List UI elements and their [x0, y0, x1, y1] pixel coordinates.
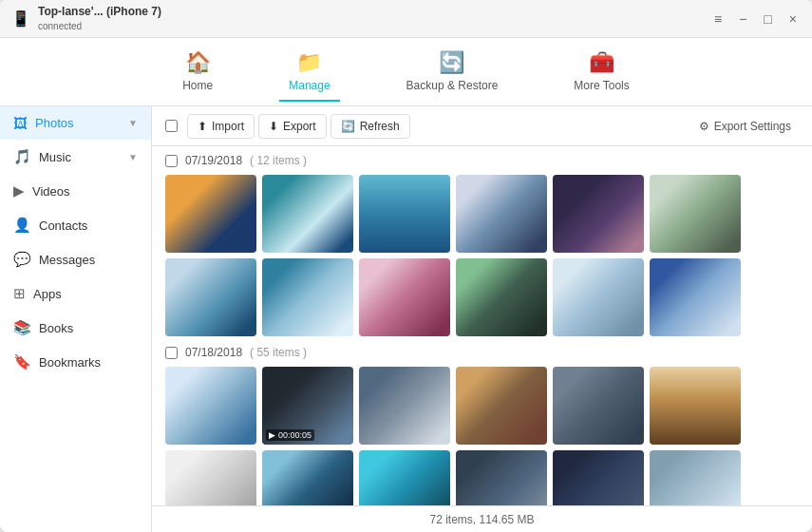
apps-icon: ⊞: [13, 285, 26, 302]
nav-home[interactable]: 🏠 Home: [173, 43, 222, 102]
sidebar-item-apps[interactable]: ⊞ Apps: [0, 276, 151, 311]
nav-home-label: Home: [182, 79, 213, 92]
sidebar-label-books: Books: [39, 321, 73, 335]
photo-thumb-18[interactable]: [650, 367, 741, 445]
date-label-1: 07/18/2018: [185, 346, 242, 359]
date-label-0: 07/19/2018: [185, 154, 242, 167]
photo-thumb-6[interactable]: [650, 175, 741, 253]
photo-thumb-23[interactable]: [553, 450, 644, 505]
photo-thumb-8[interactable]: [262, 258, 353, 336]
count-label-0: ( 12 items ): [250, 154, 307, 167]
sidebar-label-music: Music: [39, 150, 71, 164]
export-settings-button[interactable]: ⚙ Export Settings: [691, 115, 799, 138]
photo-thumb-15[interactable]: [359, 367, 450, 445]
date-header-1: 07/18/2018 ( 55 items ): [165, 346, 799, 359]
date-header-0: 07/19/2018 ( 12 items ): [165, 154, 799, 167]
photo-thumb-19[interactable]: [165, 450, 256, 505]
photo-thumb-4[interactable]: [456, 175, 547, 253]
photo-thumb-16[interactable]: [456, 367, 547, 445]
books-icon: 📚: [13, 319, 31, 336]
export-icon: ⬇: [269, 120, 278, 133]
photos-area: 07/19/2018 ( 12 items )07/18/2018 ( 55 i…: [152, 146, 812, 505]
photo-thumb-9[interactable]: [359, 258, 450, 336]
main-layout: 🖼 Photos ▼ 🎵 Music ▼ ▶ Videos 👤 Contacts…: [0, 106, 812, 532]
photo-thumb-3[interactable]: [359, 175, 450, 253]
nav-tools[interactable]: 🧰 More Tools: [564, 43, 638, 102]
backup-icon: 🔄: [439, 50, 464, 75]
group-checkbox-1[interactable]: [165, 347, 178, 359]
refresh-icon: 🔄: [341, 120, 355, 133]
sidebar-item-music[interactable]: 🎵 Music ▼: [0, 140, 151, 174]
photo-thumb-21[interactable]: [359, 450, 450, 505]
nav-manage[interactable]: 📁 Manage: [279, 43, 339, 102]
photo-thumb-12[interactable]: [650, 258, 741, 336]
videos-icon: ▶: [13, 182, 25, 200]
nav-backup[interactable]: 🔄 Backup & Restore: [397, 43, 508, 102]
sidebar-label-apps: Apps: [33, 287, 62, 301]
sidebar-item-videos[interactable]: ▶ Videos: [0, 174, 151, 208]
import-icon: ⬆: [198, 120, 207, 133]
device-name: Top-lanse'... (iPhone 7): [38, 5, 161, 20]
toolbar: ⬆ Import ⬇ Export 🔄 Refresh ⚙ Export Set…: [152, 106, 812, 146]
messages-icon: 💬: [13, 251, 31, 268]
nav-bar: 🏠 Home 📁 Manage 🔄 Backup & Restore 🧰 Mor…: [0, 38, 812, 106]
device-info: 📱 Top-lanse'... (iPhone 7) connected: [11, 5, 161, 32]
minimize-button[interactable]: −: [735, 10, 750, 28]
home-icon: 🏠: [185, 50, 211, 75]
title-bar: 📱 Top-lanse'... (iPhone 7) connected ≡ −…: [0, 0, 812, 38]
photo-thumb-11[interactable]: [553, 258, 644, 336]
photo-thumb-20[interactable]: [262, 450, 353, 505]
nav-manage-label: Manage: [289, 79, 330, 92]
export-label: Export: [283, 120, 316, 133]
import-label: Import: [212, 120, 244, 133]
sidebar-label-photos: Photos: [35, 116, 73, 130]
bookmarks-icon: 🔖: [13, 353, 31, 370]
select-all-checkbox[interactable]: [165, 120, 178, 132]
sidebar-item-photos[interactable]: 🖼 Photos ▼: [0, 106, 151, 140]
status-text: 72 items, 114.65 MB: [429, 513, 534, 526]
sidebar-item-messages[interactable]: 💬 Messages: [0, 242, 151, 276]
close-button[interactable]: ×: [785, 10, 801, 28]
photo-thumb-22[interactable]: [456, 450, 547, 505]
sidebar-item-contacts[interactable]: 👤 Contacts: [0, 208, 151, 242]
content-area: ⬆ Import ⬇ Export 🔄 Refresh ⚙ Export Set…: [152, 106, 812, 532]
contacts-icon: 👤: [13, 217, 31, 234]
photo-grid-0: [165, 175, 799, 336]
photo-thumb-5[interactable]: [553, 175, 644, 253]
group-checkbox-0[interactable]: [165, 155, 178, 167]
photos-arrow: ▼: [128, 118, 138, 128]
nav-backup-label: Backup & Restore: [406, 79, 499, 92]
date-group-1: 07/18/2018 ( 55 items )▶00:00:05: [165, 346, 799, 505]
date-group-0: 07/19/2018 ( 12 items ): [165, 154, 799, 336]
photo-thumb-13[interactable]: [165, 367, 256, 445]
device-status: connected: [38, 20, 161, 32]
nav-tools-label: More Tools: [574, 79, 629, 92]
photo-thumb-7[interactable]: [165, 258, 256, 336]
sidebar-item-books[interactable]: 📚 Books: [0, 311, 151, 345]
count-label-1: ( 55 items ): [250, 346, 307, 359]
menu-button[interactable]: ≡: [710, 10, 726, 28]
photo-thumb-2[interactable]: [262, 175, 353, 253]
music-icon: 🎵: [13, 148, 31, 165]
photo-thumb-17[interactable]: [553, 367, 644, 445]
refresh-button[interactable]: 🔄 Refresh: [330, 114, 410, 139]
photo-thumb-10[interactable]: [456, 258, 547, 336]
refresh-label: Refresh: [360, 120, 400, 133]
music-arrow: ▼: [128, 152, 138, 162]
video-duration-14: 00:00:05: [278, 430, 312, 440]
export-button[interactable]: ⬇ Export: [258, 114, 327, 139]
sidebar-item-bookmarks[interactable]: 🔖 Bookmarks: [0, 345, 151, 379]
restore-button[interactable]: □: [760, 10, 775, 28]
import-button[interactable]: ⬆ Import: [187, 114, 255, 139]
photo-grid-1: ▶00:00:05: [165, 367, 799, 505]
photo-thumb-1[interactable]: [165, 175, 256, 253]
sidebar-label-contacts: Contacts: [39, 218, 87, 233]
photo-thumb-24[interactable]: [650, 450, 741, 505]
gear-icon: ⚙: [699, 120, 709, 133]
photo-thumb-14[interactable]: ▶00:00:05: [262, 367, 353, 445]
phone-icon: 📱: [11, 10, 30, 28]
manage-icon: 📁: [296, 50, 322, 75]
tools-icon: 🧰: [589, 50, 614, 75]
video-play-icon: ▶: [269, 430, 275, 440]
photos-icon: 🖼: [13, 115, 28, 131]
